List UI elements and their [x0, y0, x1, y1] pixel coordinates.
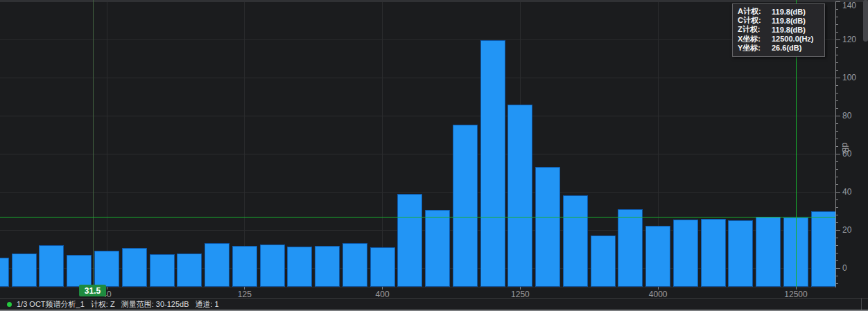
spectrum-bar-500[interactable] [397, 194, 422, 287]
range-label: 测量范围: 30-125dB [121, 299, 189, 310]
x-axis-line [0, 287, 835, 287]
spectrum-bar-2000[interactable] [563, 195, 588, 287]
y-minor-tick [835, 276, 838, 276]
spectrum-bar-5000[interactable] [673, 220, 698, 287]
spectrum-bar-10000[interactable] [756, 217, 781, 287]
y-major-tick [835, 268, 840, 269]
y-axis-unit-label: dB [840, 143, 850, 153]
spectrum-bar-1600[interactable] [535, 167, 560, 287]
y-minor-tick [835, 238, 838, 238]
y-minor-tick [835, 222, 838, 223]
spectrum-bar-2500[interactable] [591, 236, 616, 287]
spectrum-bar-250[interactable] [315, 246, 340, 287]
y-minor-tick [835, 215, 838, 215]
y-minor-tick [835, 47, 838, 48]
spectrum-bar-160[interactable] [260, 245, 285, 287]
info-row-value: 119.8(dB) [768, 8, 806, 16]
y-minor-tick [835, 32, 838, 33]
y-minor-tick [835, 93, 838, 94]
y-tick-label: 120 [842, 35, 856, 44]
info-row-value: 119.8(dB) [768, 17, 806, 25]
y-minor-tick [835, 199, 838, 200]
horizontal-gridline [0, 192, 835, 193]
y-tick-label: 80 [842, 111, 851, 121]
spectrum-bar-16[interactable] [0, 258, 9, 287]
y-minor-tick [835, 169, 838, 170]
spectrum-bar-100[interactable] [205, 243, 229, 287]
spectrum-bar-400[interactable] [370, 247, 395, 287]
spectrum-bar-8000[interactable] [728, 220, 753, 287]
y-minor-tick [835, 146, 838, 147]
spectrum-analyzer-window: 140120100806040200 dB 401254001250400012… [0, 0, 868, 311]
y-minor-tick [835, 260, 838, 261]
spectrum-bar-6300[interactable] [701, 219, 726, 287]
info-row: X坐标:12500.0(Hz) [738, 35, 820, 44]
spectrum-bar-50[interactable] [122, 248, 147, 287]
y-major-tick [835, 39, 840, 40]
y-minor-tick [835, 24, 838, 25]
spectrum-bar-31.5[interactable] [67, 255, 92, 287]
y-minor-tick [835, 161, 838, 162]
marker-vertical-line[interactable] [93, 0, 94, 287]
y-tick-label: 20 [842, 225, 851, 235]
weighting-label: 计权: Z [91, 299, 115, 310]
y-tick-label: 140 [842, 1, 856, 10]
measurement-title: 1/3 OCT频谱分析_1 [17, 299, 85, 310]
horizontal-gridline [0, 116, 835, 116]
info-row: Z计权:119.8(dB) [738, 25, 820, 34]
vertical-gridline [107, 0, 107, 287]
cursor-info-box: A计权:119.8(dB)C计权:119.8(dB)Z计权:119.8(dB)X… [732, 3, 825, 57]
y-minor-tick [835, 17, 838, 17]
channel-label: 通道: 1 [195, 299, 218, 310]
info-row-value: 119.8(dB) [768, 26, 806, 34]
spectrum-bar-63[interactable] [150, 254, 175, 287]
y-minor-tick [835, 207, 838, 208]
y-major-tick [835, 154, 840, 154]
info-row-label: Y坐标: [738, 43, 768, 53]
cursor-horizontal-line[interactable] [0, 217, 835, 217]
info-row-value: 26.6(dB) [768, 44, 801, 52]
spectrum-bar-25[interactable] [39, 245, 64, 287]
y-major-tick [835, 116, 840, 116]
spectrum-bar-20[interactable] [12, 254, 37, 287]
horizontal-gridline [0, 39, 835, 40]
scrollbar-thumb[interactable] [863, 0, 868, 42]
spectrum-bar-16000[interactable] [811, 211, 835, 287]
y-minor-tick [835, 283, 838, 284]
y-minor-tick [835, 139, 838, 139]
spectrum-bar-40[interactable] [94, 251, 119, 287]
spectrum-bar-125[interactable] [232, 246, 257, 287]
spectrum-bar-80[interactable] [177, 254, 202, 287]
y-minor-tick [835, 253, 838, 254]
spectrum-bar-3150[interactable] [618, 209, 643, 287]
spectrum-bar-800[interactable] [453, 125, 478, 287]
y-minor-tick [835, 70, 838, 71]
info-row: C计权:119.8(dB) [738, 16, 820, 25]
marker-frequency-label[interactable]: 31.5 [79, 285, 106, 296]
y-minor-tick [835, 9, 838, 10]
y-minor-tick [835, 55, 838, 55]
spectrum-bar-200[interactable] [287, 247, 312, 287]
y-tick-label: 100 [842, 73, 856, 82]
y-major-tick [835, 1, 840, 2]
spectrum-bar-4000[interactable] [645, 226, 670, 287]
y-major-tick [835, 78, 840, 78]
horizontal-gridline [0, 78, 835, 78]
y-tick-label: 0 [842, 263, 847, 273]
status-bar: 1/3 OCT频谱分析_1 计权: Z 测量范围: 30-125dB 通道: 1 [0, 298, 868, 310]
vertical-gridline [382, 0, 383, 287]
y-tick-label: 40 [842, 187, 851, 197]
horizontal-gridline [0, 154, 835, 154]
spectrum-bar-630[interactable] [425, 210, 450, 287]
y-major-tick [835, 230, 840, 231]
spectrum-bar-1250[interactable] [507, 105, 532, 287]
chart-plot-area[interactable] [0, 0, 835, 287]
y-minor-tick [835, 62, 838, 63]
y-minor-tick [835, 177, 838, 177]
y-minor-tick [835, 184, 838, 185]
vertical-gridline [244, 0, 245, 287]
spectrum-bar-1000[interactable] [480, 40, 505, 287]
marker-frequency-text: 31.5 [85, 286, 101, 296]
spectrum-bar-315[interactable] [342, 243, 367, 287]
info-row: Y坐标:26.6(dB) [738, 44, 820, 53]
